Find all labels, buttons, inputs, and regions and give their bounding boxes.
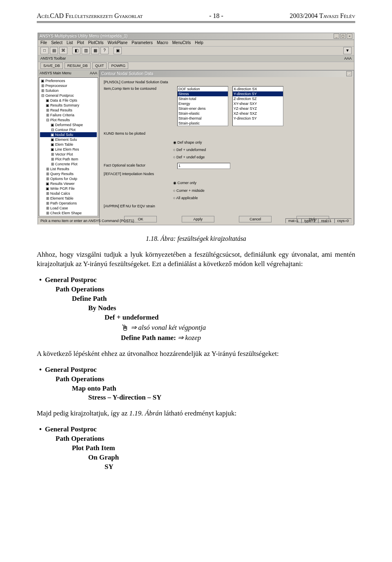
menu-path-2: •General Postproc Path Operations Map on… xyxy=(37,365,355,403)
item-listbox-right[interactable]: X-direction SXY-direction SYZ-direction … xyxy=(232,86,283,126)
status-cell: mat=1 xyxy=(285,218,301,223)
radio-option[interactable]: Corner + midside xyxy=(173,188,350,193)
tree-item[interactable]: ⊞Options for Outp xyxy=(40,176,97,181)
tree-item[interactable]: ⊟Plot Results xyxy=(40,118,97,122)
list-item[interactable]: Strain-plastic xyxy=(178,121,228,126)
toolbar-icon[interactable]: ▼ xyxy=(343,47,352,54)
dialog-contour-nodal: Contour Nodal Solution Data × [PLNSOL] C… xyxy=(99,70,354,226)
efacet-label: [/EFACET] Interpolation Nodes xyxy=(104,171,350,176)
radio-option[interactable]: Def + undef edge xyxy=(173,155,350,160)
tree-item[interactable]: ⊞Vector Plot xyxy=(40,152,97,157)
tree-item[interactable]: ▣Write Results xyxy=(40,215,97,216)
window-titlebar: ANSYS Multiphysics Utility Menu (mintape… xyxy=(38,33,354,40)
menu-item[interactable]: Plot xyxy=(77,40,84,46)
menu-item[interactable]: WorkPlane xyxy=(108,40,128,46)
menu-item[interactable]: Select xyxy=(51,40,62,46)
maximize-icon[interactable]: ▢ xyxy=(340,33,346,39)
menu-item[interactable]: Help xyxy=(195,40,203,46)
menu-item[interactable]: List xyxy=(67,40,73,46)
list-item[interactable]: Energy xyxy=(178,101,228,106)
toolbar-icon[interactable]: ▦ xyxy=(91,47,99,54)
radio-option[interactable]: Def shape only xyxy=(173,140,350,145)
main-menu-tree[interactable]: ▣Preferences⊞Preprocessor⊞Solution⊟Gener… xyxy=(39,77,98,216)
list-item[interactable]: Stress xyxy=(178,91,228,96)
tree-item[interactable]: ▣Deformed Shape xyxy=(40,122,97,127)
status-prompt: Pick a menu item or enter an ANSYS Comma… xyxy=(40,218,281,223)
tree-item[interactable]: ▣Element Solu xyxy=(40,137,97,142)
menu-item[interactable]: Parameters xyxy=(131,40,153,46)
list-item[interactable]: Strain-ener dens xyxy=(178,106,228,111)
tree-item[interactable]: ▣Data & File Opts xyxy=(40,98,97,103)
menu-item[interactable]: Macro xyxy=(157,40,168,46)
tree-item[interactable]: ⊞Concrete Plot xyxy=(40,162,97,167)
mouse-icon: 🖱 xyxy=(121,322,129,333)
list-item[interactable]: DOF solution xyxy=(178,87,228,91)
tree-item[interactable]: ▣Write PGR File xyxy=(40,186,97,191)
tree-item[interactable]: ⊞List Results xyxy=(40,167,97,171)
tree-item[interactable]: ⊞Plot Path Item xyxy=(40,157,97,162)
tree-item[interactable]: ▣Elem Table xyxy=(40,142,97,147)
list-item[interactable]: Strain-thermal xyxy=(178,116,228,121)
list-item[interactable]: Y-direction SY xyxy=(233,91,283,96)
list-item[interactable]: X-direction SX xyxy=(233,87,283,91)
paragraph-2: A következő lépésként ehhez az útvonalho… xyxy=(37,349,355,359)
list-item[interactable]: Strain-total xyxy=(178,96,228,101)
toolbar-icon[interactable]: ▤ xyxy=(50,47,58,54)
list-item[interactable]: YZ-shear SYZ xyxy=(233,106,283,111)
ansys-screenshot: ANSYS Multiphysics Utility Menu (mintape… xyxy=(38,33,354,224)
list-item[interactable]: Strain-elastic xyxy=(178,111,228,116)
fact-input[interactable]: 1 xyxy=(177,163,230,169)
fact-label: Fact Optional scale factor xyxy=(104,163,173,168)
toolbar-icon[interactable]: ◧ xyxy=(72,47,80,54)
tree-item[interactable]: ▣Nodal Solu xyxy=(40,132,97,137)
close-icon[interactable]: × xyxy=(347,33,352,39)
list-item[interactable]: XY-shear SXY xyxy=(233,101,283,106)
tree-item[interactable]: ⊞Solution xyxy=(40,88,97,93)
toolbar-icon[interactable]: □ xyxy=(40,47,49,54)
menu-item[interactable]: File xyxy=(40,40,47,46)
ansys-toolbar-label: ANSYS Toolbar AAA xyxy=(38,56,354,62)
tree-item[interactable]: ⊞Nodal Calcs xyxy=(40,191,97,196)
item-listbox-left[interactable]: DOF solutionStressStrain-totalEnergyStra… xyxy=(177,86,228,126)
list-item[interactable]: Y-direction SY xyxy=(233,116,283,121)
window-title: ANSYS Multiphysics Utility Menu (mintape… xyxy=(40,33,334,39)
tree-item[interactable]: ⊞Preprocessor xyxy=(40,83,97,88)
tree-item[interactable]: ⊟Contour Plot xyxy=(40,127,97,132)
toolbar-icon[interactable]: ? xyxy=(100,47,109,54)
menu-path-1: •General Postproc Path Operations Define… xyxy=(37,275,355,343)
tree-item[interactable]: ▣Results Viewer xyxy=(40,181,97,186)
tree-item[interactable]: ▣Line Elem Res xyxy=(40,147,97,152)
page-header: AcélCAD Felületszerkezeti Gyakorlat - 18… xyxy=(37,11,355,22)
header-left: AcélCAD Felületszerkezeti Gyakorlat xyxy=(37,11,143,20)
kund-radio-group[interactable]: Def shape onlyDef + undeformedDef + unde… xyxy=(173,140,350,160)
minimize-icon[interactable]: _ xyxy=(334,33,339,39)
menu-item[interactable]: MenuCtrls xyxy=(172,40,191,46)
radio-option[interactable]: Def + undeformed xyxy=(173,147,350,152)
tree-item[interactable]: ⊞Element Table xyxy=(40,196,97,201)
header-underline xyxy=(37,22,355,23)
toolbar-icon[interactable]: ⌘ xyxy=(59,47,67,54)
close-icon[interactable]: × xyxy=(346,71,352,76)
tree-item[interactable]: ⊟General Postproc xyxy=(40,93,97,98)
tree-item[interactable]: ⊞Check Elem Shape xyxy=(40,211,97,215)
toolbar-icon[interactable]: ▣ xyxy=(114,47,122,54)
radio-option[interactable]: All applicable xyxy=(173,195,350,200)
toolbar-button[interactable]: RESUM_DB xyxy=(65,62,91,69)
tree-item[interactable]: ⊞Path Operations xyxy=(40,201,97,206)
tree-item[interactable]: ⊞Read Results xyxy=(40,108,97,113)
efacet-radio-group[interactable]: Corner onlyCorner + midsideAll applicabl… xyxy=(173,180,350,200)
tree-item[interactable]: ▣Preferences xyxy=(40,78,97,83)
tree-item[interactable]: ⊞Query Results xyxy=(40,171,97,176)
list-item[interactable]: Z-direction SZ xyxy=(233,96,283,101)
toolbar-button[interactable]: POWRG xyxy=(108,62,128,69)
menu-item[interactable]: PlotCtrls xyxy=(88,40,104,46)
list-item[interactable]: XZ-shear SXZ xyxy=(233,111,283,116)
tree-item[interactable]: ⊞Load Case xyxy=(40,206,97,211)
avprin-label: [AVPRIN] Eff NU for EQV strain xyxy=(104,204,350,209)
toolbar-button[interactable]: QUIT xyxy=(92,62,107,69)
tree-item[interactable]: ▣Results Summary xyxy=(40,103,97,108)
toolbar-icon[interactable]: ▥ xyxy=(82,47,90,54)
radio-option[interactable]: Corner only xyxy=(173,180,350,185)
toolbar-button[interactable]: SAVE_DB xyxy=(40,62,63,69)
tree-item[interactable]: ⊞Failure Criteria xyxy=(40,113,97,118)
